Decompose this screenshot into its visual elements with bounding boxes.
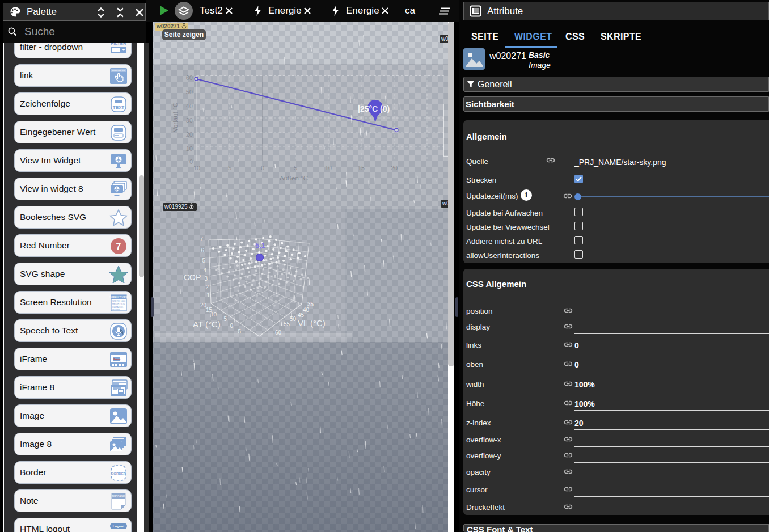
svg-text:2: 2: [205, 284, 209, 290]
svg-text:60: 60: [186, 74, 193, 81]
svg-text:5: 5: [228, 164, 231, 171]
svg-text:5: 5: [294, 164, 297, 171]
svg-text:4: 4: [203, 267, 206, 273]
svg-text:W-ONE: W-ONE: [112, 309, 120, 311]
svg-text:30: 30: [186, 117, 193, 124]
svg-text:iFrame: iFrame: [113, 358, 121, 361]
svg-text:3: 3: [204, 276, 208, 282]
svg-text:10: 10: [210, 311, 217, 318]
svg-text:20: 20: [186, 131, 193, 138]
svg-text:20: 20: [391, 164, 398, 171]
svg-text:COP: COP: [184, 273, 201, 282]
svg-text:VL (°C): VL (°C): [298, 318, 326, 328]
svg-text:0: 0: [261, 164, 264, 171]
svg-text:45: 45: [298, 312, 305, 318]
svg-text:BORDER: BORDER: [111, 472, 126, 475]
svg-text:5: 5: [202, 257, 205, 264]
svg-text:Logout: Logout: [113, 525, 124, 528]
svg-text:0: 0: [189, 158, 193, 165]
svg-text:50: 50: [186, 88, 193, 95]
svg-text:5: 5: [238, 328, 241, 335]
svg-text:WIDTH: 1600: WIDTH: 1600: [112, 300, 125, 302]
svg-text:TEXT: TEXT: [113, 105, 125, 110]
svg-text:5: 5: [223, 316, 227, 322]
svg-text:5,1: 5,1: [255, 241, 265, 250]
svg-text:10: 10: [193, 164, 200, 171]
svg-text:FILTER: FILTER: [111, 43, 126, 46]
svg-text:www.link.net: www.link.net: [112, 69, 125, 72]
svg-text:DEFAULT VIEW: DEFAULT VIEW: [109, 296, 128, 299]
svg-text:7: 7: [200, 236, 203, 242]
svg-text:|25°C (0): |25°C (0): [358, 104, 390, 113]
svg-text:15: 15: [358, 164, 365, 171]
svg-text:AT (°C): AT (°C): [193, 319, 221, 329]
svg-text:MESSAGE: MESSAGE: [112, 495, 125, 498]
svg-text:60: 60: [275, 330, 282, 336]
svg-text:10: 10: [325, 164, 332, 171]
svg-text:HEIGHT: 870: HEIGHT: 870: [112, 303, 125, 305]
svg-text:55: 55: [284, 321, 290, 327]
svg-text:1: 1: [206, 292, 210, 298]
svg-text:Außen °C: Außen °C: [280, 175, 308, 181]
svg-text:Vorlauf °C: Vorlauf °C: [172, 103, 179, 132]
svg-text:6: 6: [201, 247, 204, 254]
svg-text:0: 0: [230, 323, 233, 329]
svg-text:40: 40: [186, 103, 193, 109]
svg-text:7: 7: [116, 242, 121, 251]
svg-text:50: 50: [290, 316, 297, 322]
svg-text:10: 10: [186, 145, 193, 152]
